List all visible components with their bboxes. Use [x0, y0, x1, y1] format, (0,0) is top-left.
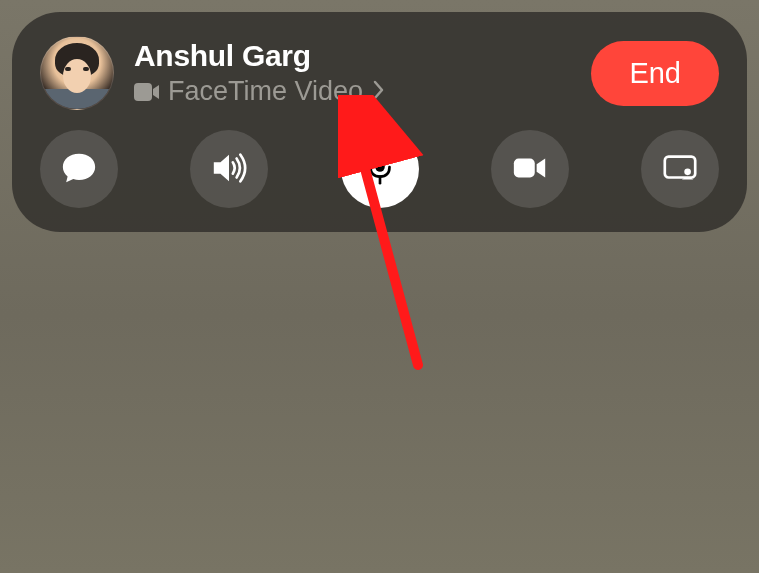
speaker-button[interactable] — [190, 130, 268, 208]
controls-row — [40, 130, 719, 208]
call-type-label: FaceTime Video — [168, 76, 363, 107]
video-camera-icon — [511, 149, 549, 190]
speaker-icon — [210, 149, 248, 190]
video-button[interactable] — [491, 130, 569, 208]
svg-rect-4 — [665, 156, 695, 177]
shareplay-icon — [661, 149, 699, 190]
svg-point-5 — [684, 168, 691, 175]
chevron-right-icon — [373, 78, 385, 106]
contact-avatar[interactable] — [40, 36, 114, 110]
svg-rect-1 — [375, 152, 385, 171]
contact-name: Anshul Garg — [134, 39, 591, 72]
end-call-button[interactable]: End — [591, 41, 719, 106]
call-type-row[interactable]: FaceTime Video — [134, 76, 591, 107]
microphone-icon — [361, 149, 399, 190]
call-control-panel: Anshul Garg FaceTime Video End — [12, 12, 747, 232]
video-camera-icon — [134, 83, 160, 101]
svg-rect-3 — [514, 158, 535, 177]
svg-rect-0 — [134, 83, 152, 101]
mute-button[interactable] — [341, 130, 419, 208]
header-row: Anshul Garg FaceTime Video End — [40, 36, 719, 110]
messages-icon — [60, 149, 98, 190]
messages-button[interactable] — [40, 130, 118, 208]
header-text: Anshul Garg FaceTime Video — [134, 39, 591, 107]
shareplay-button[interactable] — [641, 130, 719, 208]
